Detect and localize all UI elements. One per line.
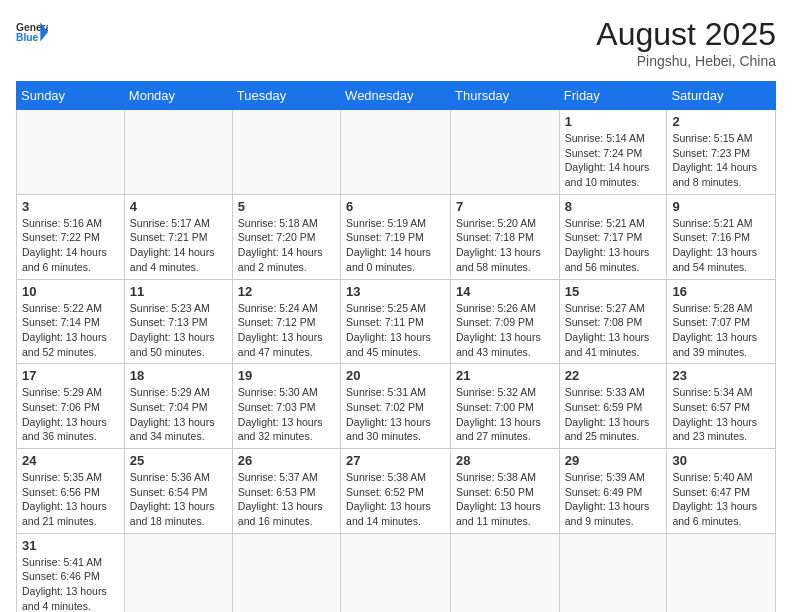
- calendar-cell: 5Sunrise: 5:18 AM Sunset: 7:20 PM Daylig…: [232, 194, 340, 279]
- calendar-cell: 14Sunrise: 5:26 AM Sunset: 7:09 PM Dayli…: [451, 279, 560, 364]
- weekday-header-row: SundayMondayTuesdayWednesdayThursdayFrid…: [17, 82, 776, 110]
- day-number: 1: [565, 114, 662, 129]
- day-number: 28: [456, 453, 554, 468]
- calendar-cell: [232, 533, 340, 612]
- day-number: 5: [238, 199, 335, 214]
- day-number: 7: [456, 199, 554, 214]
- calendar-cell: [124, 110, 232, 195]
- page-header: General Blue August 2025 Pingshu, Hebei,…: [16, 16, 776, 69]
- calendar-cell: 8Sunrise: 5:21 AM Sunset: 7:17 PM Daylig…: [559, 194, 667, 279]
- day-number: 9: [672, 199, 770, 214]
- day-number: 17: [22, 368, 119, 383]
- calendar-cell: 22Sunrise: 5:33 AM Sunset: 6:59 PM Dayli…: [559, 364, 667, 449]
- calendar-cell: 27Sunrise: 5:38 AM Sunset: 6:52 PM Dayli…: [341, 449, 451, 534]
- day-number: 3: [22, 199, 119, 214]
- day-number: 10: [22, 284, 119, 299]
- day-info: Sunrise: 5:20 AM Sunset: 7:18 PM Dayligh…: [456, 216, 554, 275]
- day-info: Sunrise: 5:32 AM Sunset: 7:00 PM Dayligh…: [456, 385, 554, 444]
- calendar-cell: 25Sunrise: 5:36 AM Sunset: 6:54 PM Dayli…: [124, 449, 232, 534]
- day-info: Sunrise: 5:35 AM Sunset: 6:56 PM Dayligh…: [22, 470, 119, 529]
- calendar-cell: [451, 110, 560, 195]
- weekday-header-thursday: Thursday: [451, 82, 560, 110]
- calendar-table: SundayMondayTuesdayWednesdayThursdayFrid…: [16, 81, 776, 612]
- day-number: 4: [130, 199, 227, 214]
- day-number: 8: [565, 199, 662, 214]
- calendar-cell: 30Sunrise: 5:40 AM Sunset: 6:47 PM Dayli…: [667, 449, 776, 534]
- calendar-week-3: 10Sunrise: 5:22 AM Sunset: 7:14 PM Dayli…: [17, 279, 776, 364]
- day-number: 16: [672, 284, 770, 299]
- calendar-week-2: 3Sunrise: 5:16 AM Sunset: 7:22 PM Daylig…: [17, 194, 776, 279]
- calendar-cell: [124, 533, 232, 612]
- day-info: Sunrise: 5:36 AM Sunset: 6:54 PM Dayligh…: [130, 470, 227, 529]
- day-number: 13: [346, 284, 445, 299]
- calendar-cell: 24Sunrise: 5:35 AM Sunset: 6:56 PM Dayli…: [17, 449, 125, 534]
- calendar-cell: 12Sunrise: 5:24 AM Sunset: 7:12 PM Dayli…: [232, 279, 340, 364]
- day-info: Sunrise: 5:14 AM Sunset: 7:24 PM Dayligh…: [565, 131, 662, 190]
- day-info: Sunrise: 5:23 AM Sunset: 7:13 PM Dayligh…: [130, 301, 227, 360]
- location: Pingshu, Hebei, China: [596, 53, 776, 69]
- calendar-cell: 19Sunrise: 5:30 AM Sunset: 7:03 PM Dayli…: [232, 364, 340, 449]
- calendar-cell: 10Sunrise: 5:22 AM Sunset: 7:14 PM Dayli…: [17, 279, 125, 364]
- calendar-cell: 29Sunrise: 5:39 AM Sunset: 6:49 PM Dayli…: [559, 449, 667, 534]
- logo: General Blue: [16, 16, 48, 48]
- day-number: 25: [130, 453, 227, 468]
- day-number: 26: [238, 453, 335, 468]
- day-info: Sunrise: 5:34 AM Sunset: 6:57 PM Dayligh…: [672, 385, 770, 444]
- day-info: Sunrise: 5:26 AM Sunset: 7:09 PM Dayligh…: [456, 301, 554, 360]
- day-number: 30: [672, 453, 770, 468]
- day-number: 11: [130, 284, 227, 299]
- calendar-cell: 11Sunrise: 5:23 AM Sunset: 7:13 PM Dayli…: [124, 279, 232, 364]
- day-number: 31: [22, 538, 119, 553]
- calendar-week-4: 17Sunrise: 5:29 AM Sunset: 7:06 PM Dayli…: [17, 364, 776, 449]
- day-number: 23: [672, 368, 770, 383]
- calendar-cell: 23Sunrise: 5:34 AM Sunset: 6:57 PM Dayli…: [667, 364, 776, 449]
- day-info: Sunrise: 5:28 AM Sunset: 7:07 PM Dayligh…: [672, 301, 770, 360]
- day-info: Sunrise: 5:30 AM Sunset: 7:03 PM Dayligh…: [238, 385, 335, 444]
- day-number: 14: [456, 284, 554, 299]
- day-info: Sunrise: 5:38 AM Sunset: 6:50 PM Dayligh…: [456, 470, 554, 529]
- month-year: August 2025: [596, 16, 776, 53]
- calendar-cell: 28Sunrise: 5:38 AM Sunset: 6:50 PM Dayli…: [451, 449, 560, 534]
- day-number: 21: [456, 368, 554, 383]
- day-info: Sunrise: 5:16 AM Sunset: 7:22 PM Dayligh…: [22, 216, 119, 275]
- calendar-cell: 1Sunrise: 5:14 AM Sunset: 7:24 PM Daylig…: [559, 110, 667, 195]
- calendar-cell: 20Sunrise: 5:31 AM Sunset: 7:02 PM Dayli…: [341, 364, 451, 449]
- calendar-cell: 18Sunrise: 5:29 AM Sunset: 7:04 PM Dayli…: [124, 364, 232, 449]
- calendar-cell: 3Sunrise: 5:16 AM Sunset: 7:22 PM Daylig…: [17, 194, 125, 279]
- day-info: Sunrise: 5:38 AM Sunset: 6:52 PM Dayligh…: [346, 470, 445, 529]
- day-info: Sunrise: 5:18 AM Sunset: 7:20 PM Dayligh…: [238, 216, 335, 275]
- calendar-cell: 16Sunrise: 5:28 AM Sunset: 7:07 PM Dayli…: [667, 279, 776, 364]
- calendar-cell: 31Sunrise: 5:41 AM Sunset: 6:46 PM Dayli…: [17, 533, 125, 612]
- calendar-cell: 21Sunrise: 5:32 AM Sunset: 7:00 PM Dayli…: [451, 364, 560, 449]
- calendar-cell: [17, 110, 125, 195]
- day-info: Sunrise: 5:31 AM Sunset: 7:02 PM Dayligh…: [346, 385, 445, 444]
- day-info: Sunrise: 5:19 AM Sunset: 7:19 PM Dayligh…: [346, 216, 445, 275]
- day-info: Sunrise: 5:33 AM Sunset: 6:59 PM Dayligh…: [565, 385, 662, 444]
- weekday-header-monday: Monday: [124, 82, 232, 110]
- calendar-cell: [559, 533, 667, 612]
- calendar-cell: 15Sunrise: 5:27 AM Sunset: 7:08 PM Dayli…: [559, 279, 667, 364]
- day-info: Sunrise: 5:24 AM Sunset: 7:12 PM Dayligh…: [238, 301, 335, 360]
- day-info: Sunrise: 5:40 AM Sunset: 6:47 PM Dayligh…: [672, 470, 770, 529]
- calendar-cell: 2Sunrise: 5:15 AM Sunset: 7:23 PM Daylig…: [667, 110, 776, 195]
- day-info: Sunrise: 5:22 AM Sunset: 7:14 PM Dayligh…: [22, 301, 119, 360]
- day-number: 2: [672, 114, 770, 129]
- calendar-cell: 7Sunrise: 5:20 AM Sunset: 7:18 PM Daylig…: [451, 194, 560, 279]
- day-info: Sunrise: 5:21 AM Sunset: 7:16 PM Dayligh…: [672, 216, 770, 275]
- day-number: 15: [565, 284, 662, 299]
- calendar-week-5: 24Sunrise: 5:35 AM Sunset: 6:56 PM Dayli…: [17, 449, 776, 534]
- calendar-cell: [341, 533, 451, 612]
- weekday-header-friday: Friday: [559, 82, 667, 110]
- calendar-cell: 9Sunrise: 5:21 AM Sunset: 7:16 PM Daylig…: [667, 194, 776, 279]
- day-info: Sunrise: 5:39 AM Sunset: 6:49 PM Dayligh…: [565, 470, 662, 529]
- day-info: Sunrise: 5:27 AM Sunset: 7:08 PM Dayligh…: [565, 301, 662, 360]
- day-info: Sunrise: 5:29 AM Sunset: 7:06 PM Dayligh…: [22, 385, 119, 444]
- calendar-cell: [232, 110, 340, 195]
- weekday-header-saturday: Saturday: [667, 82, 776, 110]
- weekday-header-tuesday: Tuesday: [232, 82, 340, 110]
- calendar-cell: [341, 110, 451, 195]
- day-number: 27: [346, 453, 445, 468]
- calendar-week-6: 31Sunrise: 5:41 AM Sunset: 6:46 PM Dayli…: [17, 533, 776, 612]
- day-number: 12: [238, 284, 335, 299]
- day-number: 20: [346, 368, 445, 383]
